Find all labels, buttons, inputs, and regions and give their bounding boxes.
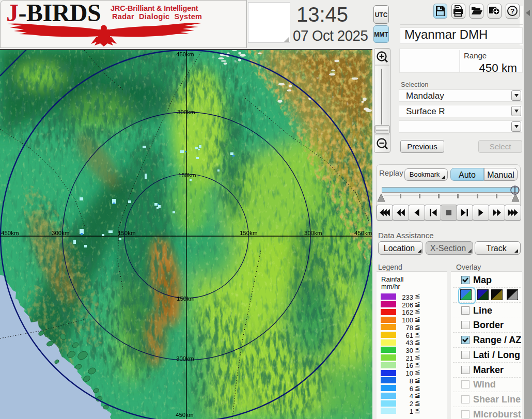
svg-text:450km: 450km [176, 51, 194, 57]
svg-text:450km: 450km [354, 230, 372, 236]
svg-text:150km: 150km [177, 296, 195, 302]
svg-text:150km: 150km [178, 172, 196, 178]
svg-text:150km: 150km [240, 230, 258, 236]
svg-text:450km: 450km [1, 230, 19, 236]
svg-text:?: ? [510, 7, 514, 15]
svg-text:450km: 450km [176, 412, 194, 418]
svg-text:300km: 300km [177, 109, 195, 115]
svg-text:300km: 300km [52, 230, 70, 236]
svg-text:300km: 300km [304, 230, 322, 236]
svg-text:150km: 150km [118, 230, 136, 236]
svg-text:300km: 300km [176, 355, 194, 362]
